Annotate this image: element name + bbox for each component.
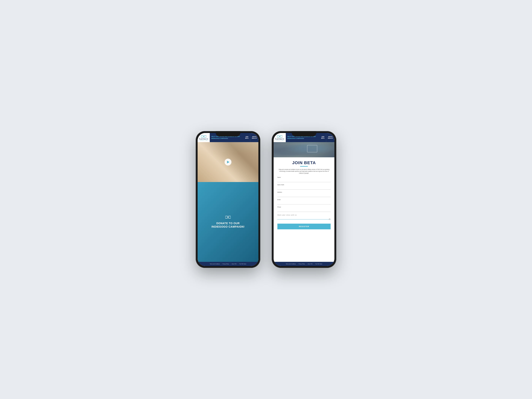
footer-sep-6: | <box>314 263 314 265</box>
nav-buttons-2: JOIN BETA ARTIST SIGN-UP <box>320 133 334 142</box>
nav-artist-2-line1: ARTIST <box>328 136 332 138</box>
input-story[interactable] <box>277 214 331 219</box>
donate-line1: DONATE TO OUR <box>216 222 240 225</box>
label-name: Name <box>277 177 331 178</box>
input-name[interactable] <box>277 180 331 182</box>
hero-image-1 <box>198 142 258 182</box>
field-name: Name <box>277 177 331 182</box>
field-phone: Phone <box>277 206 331 212</box>
phone2-content: JOIN BETA Sing-up to receive an invitati… <box>274 142 334 266</box>
nav-artist-line2: SIGN-UP <box>252 138 257 139</box>
tagline-highlight: INDIEGOGO CAMPAIGN! <box>211 138 228 139</box>
svg-rect-1 <box>204 135 206 137</box>
nav-artist-2-line2: SIGN-UP <box>328 138 333 139</box>
footer-sep-4: | <box>297 263 297 265</box>
logo-box-2: PLAYTAG.TV THE ANXIETY GAME <box>275 134 284 141</box>
donate-section: DONATE TO OUR INDIEGOGO CAMPAIGN! <box>198 182 258 262</box>
label-phone: Phone <box>277 206 331 208</box>
app-footer-2: Terms and Conditions | Privacy Policy | … <box>274 262 334 266</box>
label-dob: Date of birth <box>277 184 331 185</box>
resize-handle[interactable] <box>329 218 330 220</box>
logo-section-1: PLAYTAG.TV THE ANXIETY GAME <box>198 133 210 142</box>
nav-buttons-1: JOIN BETA ARTIST SIGN-UP <box>244 133 258 142</box>
tagline-text-1: HELP OUR CAUSE AND DONATE TO OUR INDIEGO… <box>211 136 242 139</box>
svg-rect-7 <box>280 135 282 137</box>
footer-about-1[interactable]: About TAG <box>232 263 237 265</box>
tagline-section-1: HELP OUR CAUSE AND DONATE TO OUR INDIEGO… <box>210 133 244 142</box>
svg-rect-4 <box>228 216 231 218</box>
input-phone[interactable] <box>277 209 331 212</box>
field-email: Email <box>277 199 331 204</box>
tagline-text-2: HELP OUR CAUSE AND DONATE TO OUR INDIEGO… <box>287 136 318 139</box>
play-button[interactable] <box>225 159 231 165</box>
logo-icon-2 <box>277 134 283 138</box>
footer-sep-3: | <box>238 263 238 265</box>
phone-1-screen: PLAYTAG.TV THE ANXIETY GAME HELP OUR CAU… <box>198 133 258 266</box>
nav-artist-line1: ARTIST <box>252 136 256 138</box>
nav-artist-signup-2[interactable]: ARTIST SIGN-UP <box>326 133 334 142</box>
logo-box-1: PLAYTAG.TV THE ANXIETY GAME <box>199 134 208 141</box>
footer-privacy-1[interactable]: Privacy Policy <box>222 263 229 265</box>
svg-rect-6 <box>277 135 279 137</box>
phone-1: PLAYTAG.TV THE ANXIETY GAME HELP OUR CAU… <box>196 131 260 268</box>
join-title: JOIN BETA <box>277 160 331 165</box>
tagline-normal: HELP OUR CAUSE AND DONATE TO OUR <box>211 136 240 137</box>
footer-about-2[interactable]: About TAG <box>308 263 313 265</box>
svg-rect-0 <box>201 135 203 137</box>
join-underline <box>300 166 308 167</box>
nav-join-line1: JOIN <box>246 136 248 138</box>
donate-line2: INDIEGOGO CAMPAIGN! <box>211 225 245 228</box>
footer-sep-1: | <box>221 263 221 265</box>
field-dob: Date of birth <box>277 184 331 190</box>
svg-rect-3 <box>225 216 228 218</box>
nav-join-2-line2: BETA <box>321 138 324 139</box>
footer-terms-2[interactable]: Terms and Conditions <box>286 263 296 265</box>
join-description: Sing-up to receive an invitation to join… <box>277 169 331 174</box>
logo-text-1: PLAYTAG.TV <box>199 138 208 140</box>
footer-sep-2: | <box>230 263 230 265</box>
tagline-highlight-2: INDIEGOGO CAMPAIGN! <box>287 138 304 139</box>
footer-team-1[interactable]: The TAG Team <box>239 263 246 265</box>
nav-join-beta-2[interactable]: JOIN BETA <box>320 133 326 142</box>
nav-join-beta-1[interactable]: JOIN BETA <box>244 133 250 142</box>
tag-icon <box>225 215 231 220</box>
tagline-section-2: HELP OUR CAUSE AND DONATE TO OUR INDIEGO… <box>286 133 320 142</box>
logo-text-2: PLAYTAG.TV <box>275 138 284 140</box>
input-address[interactable] <box>277 194 331 197</box>
app-header-2: PLAYTAG.TV THE ANXIETY GAME HELP OUR CAU… <box>274 133 334 142</box>
join-form-area: JOIN BETA Sing-up to receive an invitati… <box>274 157 334 262</box>
logo-icon-1 <box>201 134 207 138</box>
label-address: Address <box>277 191 331 193</box>
logo-sub-1: THE ANXIETY GAME <box>200 140 208 141</box>
footer-privacy-2[interactable]: Privacy Policy <box>298 263 305 265</box>
logo-section-2: PLAYTAG.TV THE ANXIETY GAME <box>274 133 286 142</box>
nav-join-2-line1: JOIN <box>322 136 324 138</box>
logo-sub-2: THE ANXIETY GAME <box>276 140 284 141</box>
phone1-content: DONATE TO OUR INDIEGOGO CAMPAIGN! Terms … <box>198 142 258 266</box>
label-email: Email <box>277 199 331 200</box>
input-dob[interactable] <box>277 187 331 190</box>
footer-terms-1[interactable]: Terms and Conditions <box>210 263 220 265</box>
field-address: Address <box>277 191 331 197</box>
textarea-wrapper <box>277 214 331 220</box>
register-button[interactable]: REGISTER <box>277 224 331 229</box>
donate-title: DONATE TO OUR INDIEGOGO CAMPAIGN! <box>211 222 245 228</box>
hero-small <box>274 142 334 157</box>
nav-join-line2: BETA <box>245 138 248 139</box>
footer-team-2[interactable]: The TAG Team <box>315 263 322 265</box>
phone-2-screen: PLAYTAG.TV THE ANXIETY GAME HELP OUR CAU… <box>274 133 334 266</box>
nav-artist-signup-1[interactable]: ARTIST SIGN-UP <box>250 133 258 142</box>
app-header-1: PLAYTAG.TV THE ANXIETY GAME HELP OUR CAU… <box>198 133 258 142</box>
app-footer-1: Terms and Conditions | Privacy Policy | … <box>198 262 258 266</box>
phones-container: PLAYTAG.TV THE ANXIETY GAME HELP OUR CAU… <box>196 131 336 268</box>
phone-2: PLAYTAG.TV THE ANXIETY GAME HELP OUR CAU… <box>272 131 336 268</box>
field-story <box>277 214 331 220</box>
tagline-normal-2: HELP OUR CAUSE AND DONATE TO OUR <box>287 136 316 137</box>
input-email[interactable] <box>277 202 331 204</box>
footer-sep-5: | <box>306 263 306 265</box>
